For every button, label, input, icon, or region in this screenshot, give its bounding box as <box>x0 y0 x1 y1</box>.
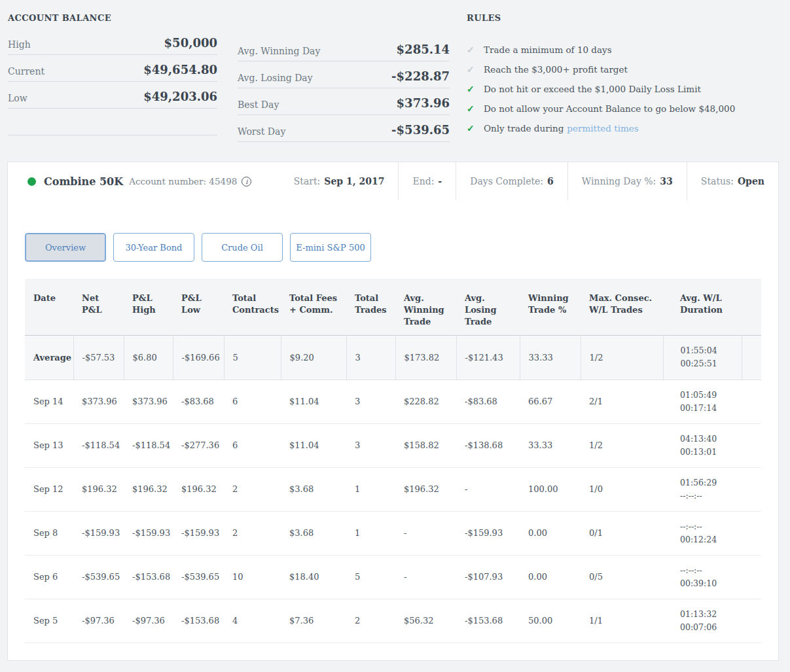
cell-total-fees: $11.04 <box>281 423 346 467</box>
cell-max-consec-wl: 1/2 <box>581 423 663 467</box>
cell-avg-losing-trade: -$121.43 <box>456 335 520 380</box>
cell-net-pnl: -$57.53 <box>73 335 124 380</box>
cell-total-trades: 3 <box>346 423 395 467</box>
cell-total-contracts: 6 <box>224 380 281 423</box>
combine-stat-label: Status: <box>701 176 734 186</box>
stat-value: $285.14 <box>397 43 450 56</box>
stat-label: Best Day <box>238 99 279 110</box>
account-balance-section: ACCOUNT BALANCE High $50,000 Current $49… <box>8 13 217 135</box>
combine-stats: Start: Sep 1, 2017 End: - Days Complete:… <box>280 162 778 200</box>
table-row: Sep 6 -$539.65 -$153.68 -$539.65 10 $18.… <box>25 555 761 599</box>
rule-item: ✓ Only trade duringpermitted times <box>467 118 787 138</box>
column-header-spacer <box>742 279 761 335</box>
duration-loss: 00:12:24 <box>680 533 738 546</box>
column-header-date: Date <box>25 279 73 335</box>
cell-pnl-low: -$277.36 <box>173 423 224 467</box>
column-header-avg-losing-trade: Avg. Losing Trade <box>456 279 520 335</box>
cell-max-consec-wl: 1/1 <box>581 599 663 643</box>
stat-label: High <box>8 39 31 50</box>
cell-avg-wl-duration: --:--:-- 00:39:10 <box>663 555 742 599</box>
combine-stat-value: Sep 1, 2017 <box>324 176 384 186</box>
cell-pnl-low: -$83.68 <box>173 380 224 423</box>
cell-spacer <box>742 423 761 467</box>
cell-spacer <box>742 335 761 380</box>
cell-avg-winning-trade: $196.32 <box>395 467 456 511</box>
cell-max-consec-wl: 2/1 <box>581 380 663 423</box>
day-stats-rows: Avg. Winning Day $285.14 Avg. Losing Day… <box>238 35 450 142</box>
cell-avg-winning-trade: - <box>395 511 456 555</box>
table-average-row: Average -$57.53 $6.80 -$169.66 5 $9.20 3… <box>25 335 761 380</box>
cell-total-fees: $11.04 <box>281 380 346 423</box>
table-row: Sep 5 -$97.36 -$97.36 -$153.68 4 $7.36 2… <box>25 599 761 643</box>
duration-win: 01:56:29 <box>680 476 738 489</box>
cell-total-contracts: 2 <box>224 511 281 555</box>
rule-text: Reach the $3,000+ profit target <box>484 64 628 75</box>
cell-total-fees: $18.40 <box>281 555 346 599</box>
cell-winning-trade-pct: 33.33 <box>520 423 581 467</box>
cell-pnl-high: -$159.93 <box>124 511 173 555</box>
table-header-row: DateNet P&LP&L HighP&L LowTotal Contract… <box>25 279 761 335</box>
cell-total-trades: 1 <box>346 511 395 555</box>
combine-stat-label: Winning Day %: <box>582 176 656 186</box>
cell-max-consec-wl: 0/5 <box>581 555 663 599</box>
cell-total-trades: 3 <box>346 335 395 380</box>
trades-table-wrap: DateNet P&LP&L HighP&L LowTotal Contract… <box>25 279 761 643</box>
cell-winning-trade-pct: 0.00 <box>520 511 581 555</box>
cell-total-trades: 5 <box>346 555 395 599</box>
rules-title: RULES <box>467 13 787 23</box>
cell-total-fees: $7.36 <box>281 599 346 643</box>
cell-max-consec-wl: 1/0 <box>581 467 663 511</box>
cell-avg-wl-duration: 01:55:04 00:25:51 <box>663 335 742 380</box>
check-icon: ✓ <box>467 123 484 133</box>
stat-value: $50,000 <box>164 36 217 50</box>
cell-avg-wl-duration: 01:13:32 00:07:06 <box>663 599 742 643</box>
combine-stat-label: End: <box>412 176 434 186</box>
column-header-net-p-l: Net P&L <box>73 279 124 335</box>
combine-stat-days-complete: Days Complete: 6 <box>456 162 567 200</box>
cell-avg-losing-trade: -$107.93 <box>456 555 520 599</box>
rule-text: Do not allow your Account Balance to go … <box>484 103 735 114</box>
account-balance-rows: High $50,000 Current $49,654.80 Low $49,… <box>8 28 217 135</box>
stat-label: Low <box>8 93 27 103</box>
stat-row: Current $49,654.80 <box>8 55 217 82</box>
cell-avg-winning-trade: $56.32 <box>395 599 456 643</box>
tab-overview[interactable]: Overview <box>25 233 106 262</box>
permitted-times-link[interactable]: permitted times <box>567 123 638 133</box>
combine-stat-status: Status: Open <box>687 162 778 200</box>
stat-value: $49,654.80 <box>143 63 217 77</box>
account-number: Account number: 45498 <box>129 176 237 186</box>
combine-stat-label: Start: <box>294 176 321 186</box>
rule-item: ✓ Do not hit or exceed the $1,000 Daily … <box>467 79 787 99</box>
stat-row: Low $49,203.06 <box>8 82 217 109</box>
cell-total-contracts: 4 <box>224 599 281 643</box>
cell-winning-trade-pct: 50.00 <box>520 599 581 643</box>
check-icon: ✓ <box>467 44 484 55</box>
tab-30-year-bond[interactable]: 30-Year Bond <box>113 233 194 262</box>
cell-pnl-high: $196.32 <box>124 467 173 511</box>
info-icon[interactable]: i <box>242 177 251 186</box>
cell-avg-winning-trade: $158.82 <box>395 423 456 467</box>
cell-date: Average <box>25 335 73 380</box>
cell-winning-trade-pct: 0.00 <box>520 555 581 599</box>
combine-stat-end: End: - <box>398 162 456 200</box>
cell-total-fees: $3.68 <box>281 467 346 511</box>
cell-avg-wl-duration: 04:13:40 00:13:01 <box>663 423 742 467</box>
cell-avg-winning-trade: - <box>395 555 456 599</box>
cell-winning-trade-pct: 100.00 <box>520 467 581 511</box>
cell-pnl-low: -$539.65 <box>173 555 224 599</box>
combine-stat-value: Open <box>738 176 764 186</box>
cell-total-fees: $9.20 <box>281 335 346 380</box>
tab-e-mini-s-p-500[interactable]: E-mini S&P 500 <box>290 233 371 262</box>
duration-loss: --:--:-- <box>680 489 738 503</box>
tab-crude-oil[interactable]: Crude Oil <box>202 233 283 262</box>
duration-win: 04:13:40 <box>680 433 738 446</box>
stat-label: Avg. Losing Day <box>238 73 313 83</box>
cell-avg-wl-duration: 01:56:29 --:--:-- <box>663 467 742 511</box>
stat-row: High $50,000 <box>8 28 217 55</box>
cell-date: Sep 13 <box>25 423 73 467</box>
cell-total-contracts: 10 <box>224 555 281 599</box>
cell-total-trades: 2 <box>346 599 395 643</box>
trades-table: DateNet P&LP&L HighP&L LowTotal Contract… <box>25 279 761 643</box>
stat-label: Current <box>8 66 45 77</box>
table-row: Sep 12 $196.32 $196.32 $196.32 2 $3.68 1… <box>25 467 761 511</box>
